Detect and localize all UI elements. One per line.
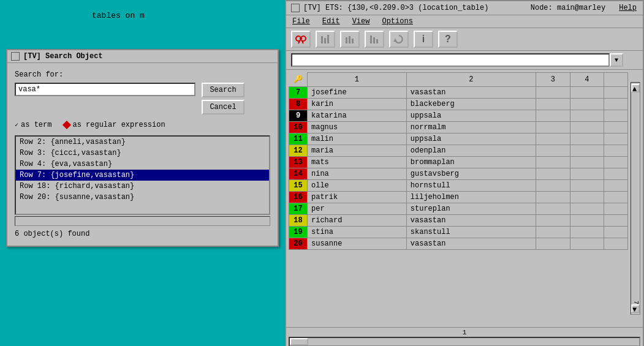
- col-header-4: 4: [570, 73, 604, 87]
- horizontal-scrollbar[interactable]: [15, 216, 270, 226]
- search-row: Search Cancel: [15, 83, 270, 115]
- vertical-scrollbar[interactable]: ▲ 7 ▼: [631, 82, 640, 315]
- row-cell: karin: [308, 98, 407, 110]
- dialog-icon: [11, 52, 20, 61]
- buttons-col: Search Cancel: [202, 83, 244, 115]
- table-row[interactable]: 10magnusnorrmalm: [289, 121, 628, 133]
- table-row[interactable]: 16patrikliljeholmen: [289, 191, 628, 203]
- result-item[interactable]: Row 2: {anneli,vasastan}: [16, 137, 269, 148]
- table-row[interactable]: 9katarinauppsala: [289, 110, 628, 121]
- row-cell: [536, 238, 570, 249]
- table-row[interactable]: 8karinblackeberg: [289, 98, 628, 110]
- view-menu[interactable]: View: [351, 17, 371, 26]
- table-row[interactable]: 7josefinevasastan: [289, 86, 628, 98]
- table-row[interactable]: 14ninagustavsberg: [289, 168, 628, 179]
- result-item[interactable]: Row 20: {susanne,vasastan}: [16, 192, 269, 203]
- search-toolbar-btn[interactable]: [291, 31, 311, 48]
- results-list[interactable]: Row 2: {anneli,vasastan}Row 3: {cicci,va…: [15, 135, 270, 215]
- scroll-down-btn[interactable]: ▼: [631, 304, 640, 313]
- table-row[interactable]: 19stinaskanstull: [289, 226, 628, 238]
- checkmark-icon: ✓: [15, 121, 18, 129]
- file-menu[interactable]: File: [291, 17, 311, 26]
- search-input[interactable]: [15, 83, 195, 96]
- row-cell: liljeholmen: [406, 191, 536, 203]
- row-cell-extra: [604, 214, 628, 226]
- bar3-icon: [369, 34, 380, 45]
- question-btn[interactable]: ?: [438, 31, 458, 48]
- info-btn[interactable]: i: [414, 31, 433, 48]
- bar1-btn[interactable]: [316, 31, 335, 48]
- tv-titlebar: [TV] ETS: {130,<0.209.0>3 (location_tabl…: [286, 1, 643, 15]
- row-cell: hornstull: [406, 179, 536, 191]
- row-cell: vasastan: [406, 238, 536, 249]
- row-cell: susanne: [308, 238, 407, 249]
- row-cell: [536, 133, 570, 145]
- tv-title-left: [TV] ETS: {130,<0.209.0>3 (location_tabl…: [291, 4, 488, 12]
- row-number: 20: [289, 238, 308, 249]
- key-icon: 🔑: [294, 75, 303, 84]
- edit-menu[interactable]: Edit: [321, 17, 341, 26]
- table-scroll[interactable]: 🔑 1 2 3 4 7josefinevasastan8karinblackeb…: [286, 70, 643, 327]
- radio-as-regex[interactable]: as regular expression: [64, 121, 165, 129]
- row-cell: uppsala: [406, 110, 536, 121]
- table-row[interactable]: 17perstureplan: [289, 203, 628, 214]
- options-menu[interactable]: Options: [381, 17, 414, 26]
- result-item[interactable]: Row 4: {eva,vasastan}: [16, 159, 269, 170]
- row-cell: [570, 203, 604, 214]
- search-bar-input[interactable]: [291, 53, 610, 67]
- row-cell: [570, 238, 604, 249]
- search-label: Search for:: [15, 70, 270, 79]
- row-cell: [570, 145, 604, 156]
- bottom-scrollbar-track[interactable]: [289, 337, 640, 346]
- col-header-2: 2: [406, 73, 536, 87]
- row-cell: magnus: [308, 121, 407, 133]
- row-cell: [536, 110, 570, 121]
- table-row[interactable]: 20susannevasastan: [289, 238, 628, 249]
- row-cell: maria: [308, 145, 407, 156]
- table-row[interactable]: 18richardvasastan: [289, 214, 628, 226]
- col-header-1: 1: [308, 73, 407, 87]
- table-row[interactable]: 13matsbrommaplan: [289, 156, 628, 168]
- result-item[interactable]: Row 3: {cicci,vasastan}: [16, 148, 269, 159]
- search-button[interactable]: Search: [202, 83, 244, 97]
- svg-marker-14: [393, 39, 397, 42]
- table-row[interactable]: 12mariaodenplan: [289, 145, 628, 156]
- row-number: 18: [289, 214, 308, 226]
- search-dialog-title: [TV] Search Object: [23, 52, 103, 61]
- cancel-button[interactable]: Cancel: [202, 100, 244, 115]
- row-cell-extra: [604, 226, 628, 238]
- row-cell: [536, 179, 570, 191]
- table-row[interactable]: 15ollehornstull: [289, 179, 628, 191]
- question-icon: ?: [445, 34, 451, 45]
- help-menu[interactable]: Help: [618, 3, 638, 13]
- row-cell: katarina: [308, 110, 407, 121]
- row-cell: odenplan: [406, 145, 536, 156]
- table-row[interactable]: 11malinuppsala: [289, 133, 628, 145]
- refresh-btn[interactable]: [389, 31, 409, 48]
- row-cell-extra: [604, 179, 628, 191]
- tv-window: [TV] ETS: {130,<0.209.0>3 (location_tabl…: [285, 0, 644, 346]
- bar2-icon: [344, 34, 355, 45]
- dropdown-btn[interactable]: ▼: [610, 53, 623, 67]
- row-cell: [536, 226, 570, 238]
- bottom-scrollbar-thumb[interactable]: [290, 338, 308, 345]
- bar2-btn[interactable]: [340, 31, 360, 48]
- row-cell: patrik: [308, 191, 407, 203]
- result-item[interactable]: Row 18: {richard,vasastan}: [16, 181, 269, 192]
- row-cell: norrmalm: [406, 121, 536, 133]
- bar3-btn[interactable]: [365, 31, 384, 48]
- scroll-up-btn[interactable]: ▲: [631, 84, 640, 92]
- radio-as-term[interactable]: ✓ as term: [15, 121, 51, 129]
- toolbar: i ?: [286, 28, 643, 51]
- row-cell: [536, 86, 570, 98]
- row-number: 14: [289, 168, 308, 179]
- result-item[interactable]: Row 7: {josefine,vasastan}: [16, 170, 269, 181]
- row-number: 12: [289, 145, 308, 156]
- row-cell: [570, 214, 604, 226]
- info-icon: i: [422, 34, 425, 45]
- search-dialog-titlebar: [TV] Search Object: [7, 50, 278, 63]
- row-number: 9: [289, 110, 308, 121]
- row-cell-extra: [604, 168, 628, 179]
- diamond-icon: [63, 121, 71, 129]
- svg-rect-6: [324, 38, 326, 43]
